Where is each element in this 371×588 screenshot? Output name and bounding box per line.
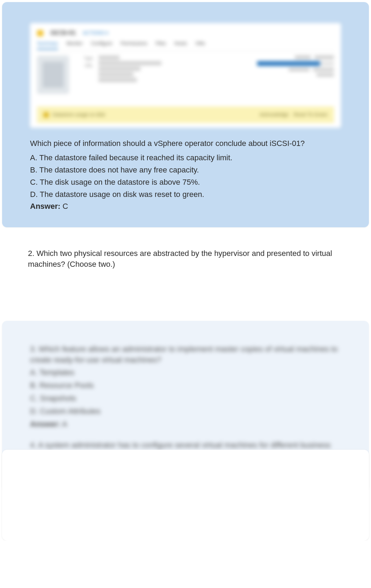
datastore-large-icon: [37, 56, 69, 94]
question-3-option-c: C. Snapshots: [30, 393, 341, 404]
reset-to-green-link[interactable]: Reset To Green: [293, 111, 328, 118]
answer-value: A: [60, 420, 67, 428]
storage-summary: [236, 56, 334, 94]
tab-files[interactable]: Files: [156, 40, 166, 50]
actions-link[interactable]: ACTIONS ▾: [83, 30, 108, 37]
vsphere-tabs: Summary Monitor Configure Permissions Fi…: [37, 40, 334, 51]
type-label: Type: [76, 56, 93, 61]
tab-vms[interactable]: VMs: [195, 40, 205, 50]
question-1-text: Which piece of information should a vSph…: [30, 138, 341, 149]
question-1-option-a: A. The datastore failed because it reach…: [30, 153, 341, 163]
storage-usage-fill: [257, 61, 320, 66]
datastore-icon: [37, 30, 43, 36]
question-1-answer: Answer: C: [30, 201, 341, 212]
vsphere-header: iSCSI-01 ACTIONS ▾: [37, 29, 334, 37]
question-1-option-b: B. The datastore does not have any free …: [30, 165, 341, 176]
datastore-title: iSCSI-01: [50, 29, 76, 37]
datastore-detail: Type URL: [76, 56, 334, 94]
alert-text: Datastore usage on disk: [52, 111, 105, 118]
question-card-1: iSCSI-01 ACTIONS ▾ Summary Monitor Confi…: [2, 2, 369, 227]
bottom-overlay-card: [2, 450, 369, 541]
url-value: [99, 61, 161, 65]
vsphere-summary-body: Type URL: [37, 56, 334, 94]
detail-row: [99, 72, 133, 76]
tab-summary[interactable]: Summary: [37, 40, 58, 50]
detail-row: [99, 67, 140, 71]
answer-value: C: [60, 202, 68, 211]
url-label: URL: [76, 63, 93, 69]
answer-label: Answer:: [30, 420, 60, 428]
question-3-option-d: D. Custom Attributes: [30, 406, 341, 417]
question-1: Which piece of information should a vSph…: [2, 138, 369, 212]
answer-label: Answer:: [30, 202, 60, 211]
warning-icon: [43, 112, 49, 118]
storage-used: [289, 68, 310, 71]
storage-usage-bar: [257, 61, 334, 66]
datastore-alert: Datastore usage on disk Acknowledge Rese…: [37, 106, 334, 123]
question-2: 2. Which two physical resources are abst…: [0, 227, 371, 319]
tab-hosts[interactable]: Hosts: [174, 40, 187, 50]
type-value: [99, 56, 119, 60]
question-3-option-a: A. Templates: [30, 367, 341, 378]
question-3-option-b: B. Resource Pools: [30, 380, 341, 391]
question-1-option-c: C. The disk usage on the datastore is ab…: [30, 177, 341, 188]
question-3-answer: Answer: A: [30, 419, 341, 430]
detail-row: [99, 78, 137, 82]
vsphere-screenshot-panel: iSCSI-01 ACTIONS ▾ Summary Monitor Confi…: [30, 23, 341, 128]
question-3-text: 3. Which feature allows an administrator…: [30, 344, 341, 366]
bottom-spacer: [2, 457, 369, 527]
storage-refresh: [317, 73, 334, 76]
storage-free: [314, 56, 334, 59]
tab-configure[interactable]: Configure: [91, 40, 112, 50]
acknowledge-link[interactable]: Acknowledge: [260, 111, 289, 118]
tab-monitor[interactable]: Monitor: [66, 40, 83, 50]
storage-capacity: [313, 68, 334, 71]
question-1-option-d: D. The datastore usage on disk was reset…: [30, 189, 341, 200]
storage-label: [295, 56, 311, 59]
tab-permissions[interactable]: Permissions: [121, 40, 147, 50]
question-2-text: 2. Which two physical resources are abst…: [28, 248, 343, 270]
